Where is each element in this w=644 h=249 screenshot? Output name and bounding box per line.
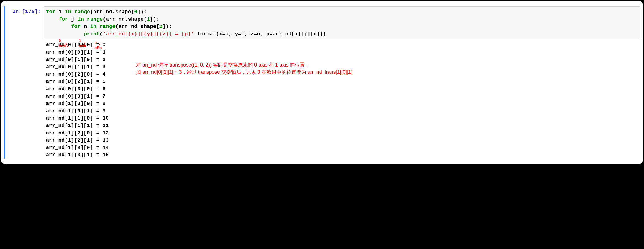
cell-content: for i in range(arr_nd.shape[0]): for j i… (44, 6, 640, 159)
jupyter-cell: In [175]: for i in range(arr_nd.shape[0]… (4, 6, 640, 159)
notebook-cell-wrapper: In [175]: for i in range(arr_nd.shape[0]… (1, 1, 643, 164)
code-output: arr_nd[0][0][0] = 0 arr_nd[0][0][1] = 1 … (44, 41, 640, 159)
input-prompt: In [175]: (6, 6, 44, 159)
code-input[interactable]: for i in range(arr_nd.shape[0]): for j i… (44, 6, 640, 39)
